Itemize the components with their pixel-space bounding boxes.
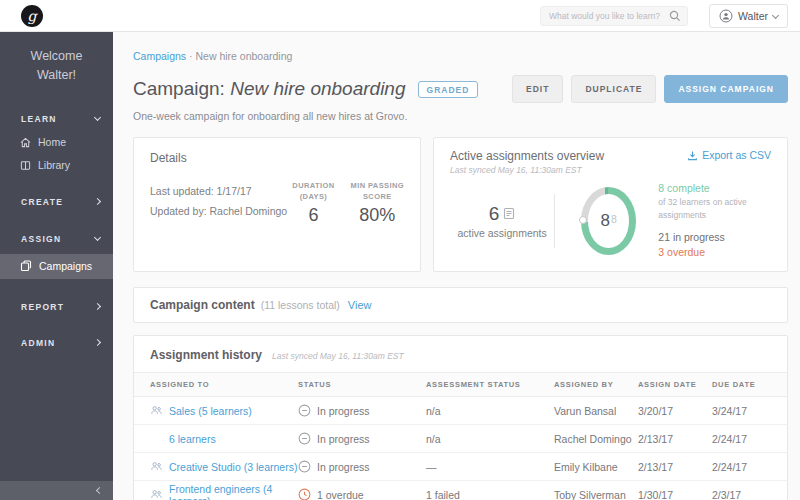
min-passing-score-stat: MIN PASSING SCORE 80% <box>351 181 404 226</box>
table-row: Creative Studio (3 learners) In progress… <box>134 453 787 481</box>
assigned-to-link[interactable]: 6 learners <box>169 433 216 445</box>
assign-date: 2/13/17 <box>638 461 712 473</box>
due-date: 2/24/17 <box>712 461 771 473</box>
duplicate-button[interactable]: DUPLICATE <box>571 75 656 103</box>
completion-donut-chart: 8 8 <box>581 187 636 255</box>
chevron-left-icon <box>96 487 103 494</box>
sidebar-item-campaigns[interactable]: Campaigns <box>0 254 113 279</box>
divider <box>554 194 555 248</box>
page-title: Campaign: New hire onboarding <box>133 78 406 100</box>
assigned-by: Rachel Domingo <box>554 433 638 445</box>
search-input[interactable] <box>541 11 669 21</box>
main-content: Campaigns · New hire onboarding Campaign… <box>113 32 800 500</box>
sidebar-item-create[interactable]: CREATE <box>0 190 113 214</box>
in-progress-icon <box>298 460 311 473</box>
table-header: ASSIGNED TO STATUS ASSESSMENT STATUS ASS… <box>134 372 787 397</box>
status-text: In progress <box>317 405 370 417</box>
sidebar-item-admin[interactable]: ADMIN <box>0 331 113 355</box>
assessment-status: 1 failed <box>426 489 554 500</box>
status-text: In progress <box>317 433 370 445</box>
assessment-status: n/a <box>426 433 554 445</box>
assigned-to-link[interactable]: Sales (5 learners) <box>169 405 252 417</box>
assigned-to-link[interactable]: Creative Studio (3 learners) <box>169 461 297 473</box>
sidebar-item-home[interactable]: Home <box>0 131 113 154</box>
assigned-by: Emily Kilbane <box>554 461 638 473</box>
edit-button[interactable]: EDIT <box>512 75 563 103</box>
details-card: Details Last updated: 1/17/17 Updated by… <box>133 137 421 272</box>
table-row: Frontend engineers (4 learners) 1 overdu… <box>134 481 787 500</box>
chevron-right-icon <box>94 339 101 346</box>
group-icon <box>150 460 163 473</box>
breadcrumb-separator: · <box>189 50 193 62</box>
export-csv-link[interactable]: Export as CSV <box>687 149 771 161</box>
group-icon <box>150 488 163 500</box>
top-bar: g Walter <box>0 0 800 32</box>
due-date: 3/24/17 <box>712 405 771 417</box>
campaigns-icon <box>20 260 32 272</box>
sidebar-item-report[interactable]: REPORT <box>0 295 113 319</box>
view-link[interactable]: View <box>348 299 372 311</box>
chevron-down-icon <box>94 234 101 241</box>
history-synced: Last synced May 16, 11:30am EST <box>272 351 404 361</box>
assign-campaign-button[interactable]: ASSIGN CAMPAIGN <box>664 75 788 103</box>
legend-overdue: 3 overdue <box>658 245 771 260</box>
chevron-right-icon <box>94 198 101 205</box>
sidebar-item-assign[interactable]: ASSIGN <box>0 227 113 251</box>
clipboard-icon <box>503 207 515 220</box>
details-meta: Last updated: 1/17/17 Updated by: Rachel… <box>150 181 287 226</box>
overdue-clock-icon <box>298 488 311 500</box>
logo-letter: g <box>28 8 37 24</box>
campaign-content-title: Campaign content <box>150 298 255 312</box>
user-menu-button[interactable]: Walter <box>709 4 788 28</box>
sidebar-item-learn[interactable]: LEARN <box>0 107 113 131</box>
due-date: 2/3/17 <box>712 489 771 500</box>
donut-marker <box>579 216 587 224</box>
legend-of-total: of 32 learners on active assignments <box>658 196 771 221</box>
avatar-icon <box>719 9 733 23</box>
search-icon[interactable] <box>669 10 681 22</box>
overview-title: Active assignments overview <box>450 149 604 163</box>
in-progress-icon <box>298 432 311 445</box>
assigned-to-link[interactable]: Frontend engineers (4 learners) <box>169 483 298 500</box>
status-text: In progress <box>317 461 370 473</box>
chevron-down-icon <box>94 114 101 121</box>
grovo-logo[interactable]: g <box>21 5 43 27</box>
assessment-status: — <box>426 461 554 473</box>
history-title: Assignment history <box>150 348 262 362</box>
assigned-by: Toby Silverman <box>554 489 638 500</box>
group-icon <box>150 404 163 417</box>
duration-stat: DURATION (DAYS) 6 <box>292 181 334 226</box>
graded-badge: GRADED <box>418 81 479 98</box>
assessment-status: n/a <box>426 405 554 417</box>
user-name: Walter <box>738 10 768 22</box>
sidebar-collapse-button[interactable] <box>0 481 113 500</box>
chevron-down-icon <box>772 11 779 18</box>
book-icon <box>20 160 31 171</box>
lessons-count: (11 lessons total) <box>261 299 340 311</box>
legend-complete: 8 complete <box>658 181 771 196</box>
overview-synced: Last synced May 16, 11:30am EST <box>450 165 604 175</box>
in-progress-icon <box>298 404 311 417</box>
donut-legend: 8 complete of 32 learners on active assi… <box>658 181 771 260</box>
breadcrumb-current: New hire onboarding <box>195 50 292 62</box>
donut-secondary-value: 8 <box>611 213 617 225</box>
breadcrumb-campaigns-link[interactable]: Campaigns <box>133 50 186 62</box>
welcome-message: Welcome Walter! <box>0 32 113 100</box>
active-assignments-count: 6 active assignments <box>450 203 554 239</box>
campaign-description: One-week campaign for onboarding all new… <box>133 110 788 122</box>
legend-in-progress: 21 in progress <box>658 230 771 245</box>
details-title: Details <box>150 151 404 165</box>
sidebar: Welcome Walter! LEARN Home Library CREAT… <box>0 32 113 500</box>
assign-date: 3/20/17 <box>638 405 712 417</box>
updated-by: Updated by: Rachel Domingo <box>150 201 287 221</box>
download-icon <box>687 150 698 161</box>
breadcrumb: Campaigns · New hire onboarding <box>133 50 788 62</box>
active-assignments-card: Active assignments overview Last synced … <box>433 137 788 272</box>
assign-date: 2/13/17 <box>638 433 712 445</box>
chevron-right-icon <box>94 303 101 310</box>
due-date: 2/24/17 <box>712 433 771 445</box>
sidebar-item-library[interactable]: Library <box>0 154 113 177</box>
assigned-by: Varun Bansal <box>554 405 638 417</box>
search-box[interactable] <box>540 6 688 26</box>
campaign-content-bar: Campaign content (11 lessons total) View <box>133 287 788 323</box>
